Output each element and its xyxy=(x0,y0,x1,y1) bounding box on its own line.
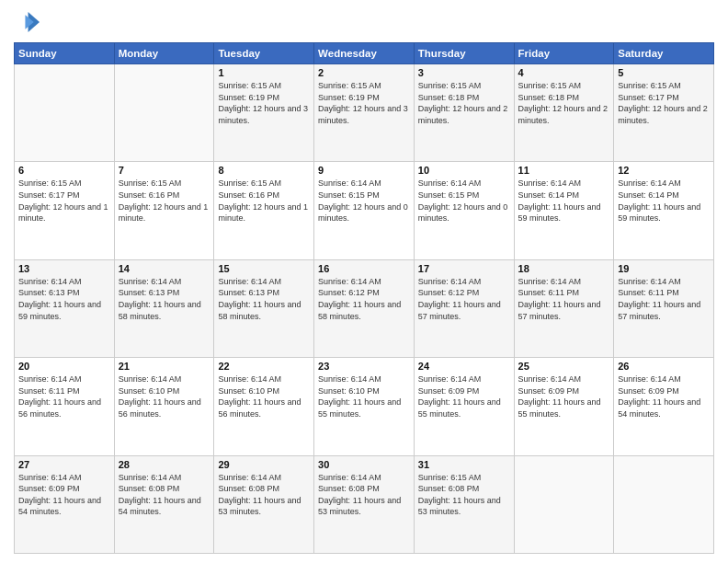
day-info: Sunrise: 6:15 AM Sunset: 6:18 PM Dayligh… xyxy=(418,80,510,126)
calendar-cell: 7Sunrise: 6:15 AM Sunset: 6:16 PM Daylig… xyxy=(114,162,214,259)
day-number: 21 xyxy=(119,361,210,372)
day-info: Sunrise: 6:14 AM Sunset: 6:10 PM Dayligh… xyxy=(318,373,410,419)
calendar-cell: 29Sunrise: 6:14 AM Sunset: 6:08 PM Dayli… xyxy=(214,455,314,553)
day-number: 22 xyxy=(218,361,310,372)
day-number: 14 xyxy=(119,263,210,274)
week-row-5: 27Sunrise: 6:14 AM Sunset: 6:09 PM Dayli… xyxy=(15,455,714,553)
day-info: Sunrise: 6:14 AM Sunset: 6:08 PM Dayligh… xyxy=(318,472,410,518)
day-number: 1 xyxy=(218,67,310,78)
day-number: 31 xyxy=(418,459,510,470)
day-number: 10 xyxy=(418,165,510,176)
week-row-2: 6Sunrise: 6:15 AM Sunset: 6:17 PM Daylig… xyxy=(15,162,714,259)
week-row-3: 13Sunrise: 6:14 AM Sunset: 6:13 PM Dayli… xyxy=(15,259,714,357)
header-cell-friday: Friday xyxy=(514,43,614,64)
calendar-cell: 13Sunrise: 6:14 AM Sunset: 6:13 PM Dayli… xyxy=(15,259,115,357)
day-info: Sunrise: 6:14 AM Sunset: 6:15 PM Dayligh… xyxy=(318,178,410,224)
logo-icon xyxy=(14,9,40,35)
day-number: 15 xyxy=(218,263,310,274)
day-info: Sunrise: 6:14 AM Sunset: 6:09 PM Dayligh… xyxy=(418,373,510,419)
calendar-cell: 4Sunrise: 6:15 AM Sunset: 6:18 PM Daylig… xyxy=(514,64,614,162)
day-info: Sunrise: 6:14 AM Sunset: 6:12 PM Dayligh… xyxy=(318,276,410,322)
calendar-table: SundayMondayTuesdayWednesdayThursdayFrid… xyxy=(14,42,714,554)
calendar-cell: 24Sunrise: 6:14 AM Sunset: 6:09 PM Dayli… xyxy=(414,358,514,455)
calendar-cell: 9Sunrise: 6:14 AM Sunset: 6:15 PM Daylig… xyxy=(314,162,415,259)
day-info: Sunrise: 6:14 AM Sunset: 6:09 PM Dayligh… xyxy=(18,472,110,518)
calendar-cell: 22Sunrise: 6:14 AM Sunset: 6:10 PM Dayli… xyxy=(214,358,314,455)
calendar-body: 1Sunrise: 6:15 AM Sunset: 6:19 PM Daylig… xyxy=(15,64,714,554)
day-number: 30 xyxy=(318,459,410,470)
calendar-cell: 17Sunrise: 6:14 AM Sunset: 6:12 PM Dayli… xyxy=(414,259,514,357)
calendar-cell: 3Sunrise: 6:15 AM Sunset: 6:18 PM Daylig… xyxy=(414,64,514,162)
day-number: 2 xyxy=(318,67,410,78)
day-number: 27 xyxy=(18,459,110,470)
calendar-cell: 26Sunrise: 6:14 AM Sunset: 6:09 PM Dayli… xyxy=(614,358,714,455)
day-number: 26 xyxy=(618,361,710,372)
calendar-cell xyxy=(114,64,214,162)
day-info: Sunrise: 6:14 AM Sunset: 6:14 PM Dayligh… xyxy=(618,178,710,224)
header-row: SundayMondayTuesdayWednesdayThursdayFrid… xyxy=(15,43,714,64)
header-cell-thursday: Thursday xyxy=(414,43,514,64)
calendar-cell: 18Sunrise: 6:14 AM Sunset: 6:11 PM Dayli… xyxy=(514,259,614,357)
calendar-header: SundayMondayTuesdayWednesdayThursdayFrid… xyxy=(15,43,714,64)
logo xyxy=(14,9,43,35)
day-number: 24 xyxy=(418,361,510,372)
calendar-cell: 1Sunrise: 6:15 AM Sunset: 6:19 PM Daylig… xyxy=(214,64,314,162)
calendar-cell: 2Sunrise: 6:15 AM Sunset: 6:19 PM Daylig… xyxy=(314,64,415,162)
calendar-cell: 16Sunrise: 6:14 AM Sunset: 6:12 PM Dayli… xyxy=(314,259,415,357)
day-info: Sunrise: 6:14 AM Sunset: 6:09 PM Dayligh… xyxy=(518,373,610,419)
day-number: 28 xyxy=(119,459,210,470)
header xyxy=(14,9,714,35)
calendar-cell xyxy=(15,64,115,162)
header-cell-monday: Monday xyxy=(114,43,214,64)
header-cell-tuesday: Tuesday xyxy=(214,43,314,64)
day-info: Sunrise: 6:15 AM Sunset: 6:08 PM Dayligh… xyxy=(418,472,510,518)
calendar-cell xyxy=(614,455,714,553)
day-info: Sunrise: 6:15 AM Sunset: 6:18 PM Dayligh… xyxy=(518,80,610,126)
day-number: 25 xyxy=(518,361,610,372)
calendar-cell: 28Sunrise: 6:14 AM Sunset: 6:08 PM Dayli… xyxy=(114,455,214,553)
day-number: 5 xyxy=(618,67,710,78)
calendar-cell: 30Sunrise: 6:14 AM Sunset: 6:08 PM Dayli… xyxy=(314,455,415,553)
day-number: 19 xyxy=(618,263,710,274)
page: SundayMondayTuesdayWednesdayThursdayFrid… xyxy=(0,0,728,563)
day-info: Sunrise: 6:14 AM Sunset: 6:13 PM Dayligh… xyxy=(18,276,110,322)
header-cell-sunday: Sunday xyxy=(15,43,115,64)
day-info: Sunrise: 6:14 AM Sunset: 6:11 PM Dayligh… xyxy=(518,276,610,322)
day-number: 11 xyxy=(518,165,610,176)
calendar-cell: 6Sunrise: 6:15 AM Sunset: 6:17 PM Daylig… xyxy=(15,162,115,259)
calendar-cell: 5Sunrise: 6:15 AM Sunset: 6:17 PM Daylig… xyxy=(614,64,714,162)
day-number: 23 xyxy=(318,361,410,372)
header-cell-saturday: Saturday xyxy=(614,43,714,64)
calendar-cell: 10Sunrise: 6:14 AM Sunset: 6:15 PM Dayli… xyxy=(414,162,514,259)
day-number: 20 xyxy=(18,361,110,372)
day-info: Sunrise: 6:14 AM Sunset: 6:13 PM Dayligh… xyxy=(218,276,310,322)
day-info: Sunrise: 6:14 AM Sunset: 6:14 PM Dayligh… xyxy=(518,178,610,224)
day-info: Sunrise: 6:15 AM Sunset: 6:16 PM Dayligh… xyxy=(218,178,310,224)
calendar-cell: 23Sunrise: 6:14 AM Sunset: 6:10 PM Dayli… xyxy=(314,358,415,455)
day-info: Sunrise: 6:14 AM Sunset: 6:15 PM Dayligh… xyxy=(418,178,510,224)
day-number: 29 xyxy=(218,459,310,470)
day-info: Sunrise: 6:14 AM Sunset: 6:11 PM Dayligh… xyxy=(618,276,710,322)
header-cell-wednesday: Wednesday xyxy=(314,43,415,64)
calendar-cell: 25Sunrise: 6:14 AM Sunset: 6:09 PM Dayli… xyxy=(514,358,614,455)
calendar-cell: 15Sunrise: 6:14 AM Sunset: 6:13 PM Dayli… xyxy=(214,259,314,357)
day-number: 13 xyxy=(18,263,110,274)
day-info: Sunrise: 6:14 AM Sunset: 6:08 PM Dayligh… xyxy=(119,472,210,518)
calendar-cell xyxy=(514,455,614,553)
week-row-4: 20Sunrise: 6:14 AM Sunset: 6:11 PM Dayli… xyxy=(15,358,714,455)
day-info: Sunrise: 6:14 AM Sunset: 6:10 PM Dayligh… xyxy=(119,373,210,419)
day-number: 16 xyxy=(318,263,410,274)
day-info: Sunrise: 6:15 AM Sunset: 6:19 PM Dayligh… xyxy=(318,80,410,126)
day-number: 12 xyxy=(618,165,710,176)
day-info: Sunrise: 6:15 AM Sunset: 6:16 PM Dayligh… xyxy=(119,178,210,224)
day-number: 17 xyxy=(418,263,510,274)
week-row-1: 1Sunrise: 6:15 AM Sunset: 6:19 PM Daylig… xyxy=(15,64,714,162)
day-info: Sunrise: 6:14 AM Sunset: 6:09 PM Dayligh… xyxy=(618,373,710,419)
day-info: Sunrise: 6:15 AM Sunset: 6:19 PM Dayligh… xyxy=(218,80,310,126)
calendar-cell: 12Sunrise: 6:14 AM Sunset: 6:14 PM Dayli… xyxy=(614,162,714,259)
calendar-cell: 31Sunrise: 6:15 AM Sunset: 6:08 PM Dayli… xyxy=(414,455,514,553)
day-number: 6 xyxy=(18,165,110,176)
day-number: 9 xyxy=(318,165,410,176)
calendar-cell: 27Sunrise: 6:14 AM Sunset: 6:09 PM Dayli… xyxy=(15,455,115,553)
day-info: Sunrise: 6:14 AM Sunset: 6:12 PM Dayligh… xyxy=(418,276,510,322)
